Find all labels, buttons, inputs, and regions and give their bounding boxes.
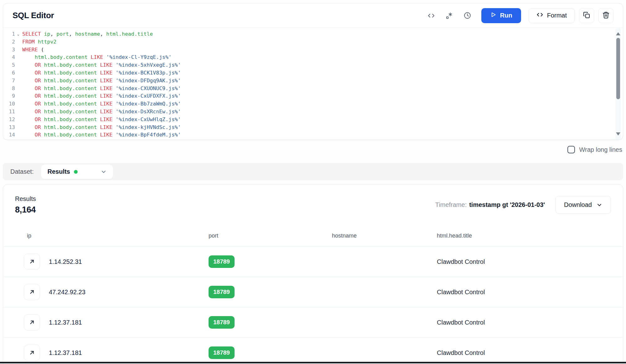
ip-cell: 47.242.92.23 — [24, 284, 209, 300]
dataset-bar: Dataset: Results — [3, 163, 623, 180]
download-button[interactable]: Download — [556, 196, 611, 214]
wildcard-icon — [446, 12, 453, 19]
timeframe: Timeframe:timestamp gt '2026-01-03' — [435, 201, 545, 208]
line-number: 3 — [3, 46, 15, 54]
trash-icon — [602, 11, 610, 20]
history-button[interactable] — [461, 9, 474, 23]
code-line: 7 ⌄ OR html.body.content LIKE '%index-DF… — [3, 77, 623, 85]
status-dot — [74, 170, 78, 174]
arrow-up-right-icon — [28, 319, 35, 326]
port-badge: 18789 — [209, 286, 235, 298]
ip-cell: 1.12.37.181 — [24, 345, 209, 361]
code-text: OR html.body.content LIKE '%index-kjHVNd… — [21, 124, 181, 131]
port-cell: 18789 — [209, 346, 332, 359]
line-number: 10 — [3, 100, 15, 108]
line-number: 5 — [3, 61, 15, 69]
code-text: OR html.body.content LIKE '%index-CxUwHl… — [21, 116, 181, 124]
code-line: 13 ⌄ OR html.body.content LIKE '%index-k… — [3, 124, 623, 131]
sql-code-editor[interactable]: 1 ⌄ SELECT ip, port, hostname, html.head… — [3, 28, 623, 140]
code-line: 3 ⌄ WHERE ( — [3, 46, 623, 54]
play-icon — [490, 12, 496, 19]
download-label: Download — [564, 201, 592, 208]
code-text: OR html.body.content LIKE '%index-DFDgq9… — [21, 77, 181, 85]
trash-button[interactable] — [598, 8, 613, 23]
code-line: 6 ⌄ OR html.body.content LIKE '%index-BC… — [3, 69, 623, 77]
editor-header: SQL Editor — [3, 3, 623, 28]
table-header-row: ip port hostname html.head.title — [3, 225, 623, 247]
line-number: 4 — [3, 54, 15, 61]
table-row: 47.242.92.23 18789 Clawdbot Control — [3, 277, 623, 307]
dataset-label: Dataset: — [10, 168, 34, 175]
editor-scrollbar-thumb[interactable] — [616, 38, 620, 99]
editor-scrollbar[interactable] — [615, 28, 621, 140]
column-header[interactable]: hostname — [332, 233, 437, 239]
results-header: Results 8,164 Timeframe:timestamp gt '20… — [3, 185, 623, 225]
ip-value: 47.242.92.23 — [49, 289, 85, 296]
ip-cell: 1.14.252.31 — [24, 254, 209, 270]
column-header[interactable]: html.head.title — [437, 233, 598, 239]
line-number: 12 — [3, 116, 15, 124]
timeframe-value: timestamp gt '2026-01-03' — [469, 201, 545, 208]
copy-button[interactable] — [579, 8, 594, 23]
results-header-right: Timeframe:timestamp gt '2026-01-03' Down… — [435, 196, 611, 214]
code-icon — [427, 12, 435, 19]
line-number: 11 — [3, 108, 15, 116]
code-text: OR html.body.content LIKE '%index-DsXRcn… — [21, 108, 181, 116]
code-lines: 1 ⌄ SELECT ip, port, hostname, html.head… — [3, 30, 623, 139]
open-result-button[interactable] — [24, 345, 40, 361]
port-cell: 18789 — [209, 316, 332, 329]
run-button[interactable]: Run — [481, 8, 521, 23]
format-label: Format — [547, 12, 567, 19]
chevron-down-icon — [101, 169, 107, 175]
ip-value: 1.12.37.181 — [49, 319, 82, 326]
code-view-button[interactable] — [424, 9, 438, 23]
line-number: 14 — [3, 131, 15, 139]
code-text: WHERE ( — [21, 46, 44, 54]
chevron-down-icon — [596, 202, 603, 208]
code-text: FROM httpv2 — [21, 38, 56, 46]
code-line: 14 ⌄ OR html.body.content LIKE '%index-B… — [3, 131, 623, 139]
line-number: 2 — [3, 38, 15, 46]
port-badge: 18789 — [209, 255, 235, 268]
wildcard-button[interactable] — [442, 9, 456, 23]
dataset-selected-value: Results — [47, 168, 70, 175]
code-line: 4 ⌄ html.body.content LIKE '%index-Cl-Y9… — [3, 54, 623, 61]
scroll-down-arrow-icon[interactable] — [616, 132, 620, 136]
arrow-up-right-icon — [28, 289, 35, 295]
wrap-long-lines-label: Wrap long lines — [579, 146, 622, 153]
open-result-button[interactable] — [24, 314, 40, 331]
port-badge: 18789 — [209, 346, 235, 359]
table-body: 1.14.252.31 18789 Clawdbot Control 47.24… — [3, 247, 623, 364]
format-button[interactable]: Format — [529, 8, 575, 23]
code-line: 8 ⌄ OR html.body.content LIKE '%index-CX… — [3, 85, 623, 93]
port-cell: 18789 — [209, 255, 332, 268]
editor-toolbar: Run Format — [424, 8, 613, 23]
ip-cell: 1.12.37.181 — [24, 314, 209, 331]
fold-chevron-icon[interactable]: ⌄ — [15, 30, 21, 38]
column-header[interactable]: port — [209, 233, 332, 239]
code-text: OR html.body.content LIKE '%index-BpF4fd… — [21, 131, 181, 139]
open-result-button[interactable] — [24, 284, 40, 300]
column-header[interactable]: ip — [24, 233, 209, 239]
scroll-up-arrow-icon[interactable] — [616, 32, 620, 35]
code-line: 2 ⌄ FROM httpv2 — [3, 38, 623, 46]
results-panel: Results 8,164 Timeframe:timestamp gt '20… — [3, 184, 623, 364]
dataset-select[interactable]: Results — [41, 165, 113, 179]
copy-icon — [583, 11, 590, 20]
code-text: OR html.body.content LIKE '%index-5xhVxe… — [21, 61, 181, 69]
line-number: 1 — [3, 30, 15, 38]
wrap-long-lines-checkbox[interactable] — [567, 146, 575, 153]
code-text: OR html.body.content LIKE '%index-CxUFDX… — [21, 92, 181, 100]
line-number: 8 — [3, 85, 15, 93]
table-row: 1.12.37.181 18789 Clawdbot Control — [3, 338, 623, 364]
open-result-button[interactable] — [24, 254, 40, 270]
run-label: Run — [500, 12, 512, 19]
sql-editor-panel: SQL Editor — [3, 3, 623, 140]
line-number: 7 — [3, 77, 15, 85]
line-number: 9 — [3, 92, 15, 100]
title-cell: Clawdbot Control — [437, 319, 598, 326]
code-text: OR html.body.content LIKE '%index-CXUONU… — [21, 85, 181, 93]
table-row: 1.12.37.181 18789 Clawdbot Control — [3, 307, 623, 338]
code-line: 9 ⌄ OR html.body.content LIKE '%index-Cx… — [3, 92, 623, 100]
title-cell: Clawdbot Control — [437, 289, 598, 296]
